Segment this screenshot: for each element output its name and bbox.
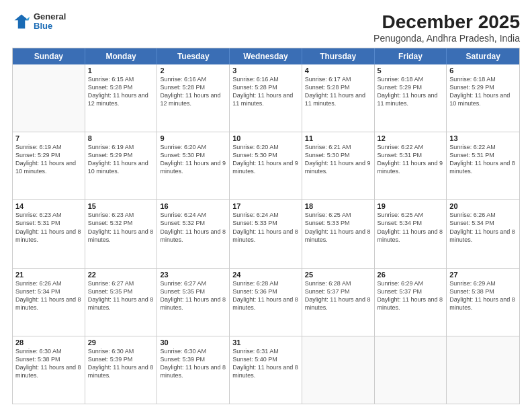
calendar-cell-30: 30Sunrise: 6:30 AMSunset: 5:39 PMDayligh… [157,336,230,404]
calendar-cell-9: 9Sunrise: 6:20 AMSunset: 5:30 PMDaylight… [157,132,230,199]
daylight-text: Daylight: 11 hours and 10 minutes. [88,159,154,175]
day-number: 21 [15,271,82,279]
daylight-text: Daylight: 11 hours and 10 minutes. [15,159,82,175]
sunset-text: Sunset: 5:32 PM [88,219,154,227]
calendar-cell-12: 12Sunrise: 6:22 AMSunset: 5:31 PMDayligh… [375,132,447,199]
sunset-text: Sunset: 5:28 PM [232,83,299,91]
calendar-cell-4: 4Sunrise: 6:17 AMSunset: 5:28 PMDaylight… [302,64,375,132]
sunrise-text: Sunrise: 6:29 AM [449,279,517,287]
sunrise-text: Sunrise: 6:22 AM [378,143,444,151]
sunrise-text: Sunrise: 6:16 AM [160,75,226,83]
daylight-text: Daylight: 11 hours and 11 minutes. [232,91,299,107]
day-number: 20 [449,202,517,210]
daylight-text: Daylight: 11 hours and 8 minutes. [305,228,371,244]
calendar-cell-18: 18Sunrise: 6:25 AMSunset: 5:33 PMDayligh… [302,200,375,267]
sunset-text: Sunset: 5:38 PM [449,287,517,295]
day-number: 6 [449,66,517,75]
calendar-header: Sunday Monday Tuesday Wednesday Thursday… [13,48,519,64]
day-number: 9 [160,134,226,142]
sunset-text: Sunset: 5:32 PM [160,219,226,227]
sunrise-text: Sunrise: 6:23 AM [88,211,154,219]
day-number: 24 [232,271,299,279]
calendar-cell-empty-4-6 [447,336,519,404]
page: General Blue December 2025 Penugonda, An… [0,0,532,411]
calendar-cell-3: 3Sunrise: 6:16 AMSunset: 5:28 PMDaylight… [230,64,302,132]
daylight-text: Daylight: 11 hours and 11 minutes. [378,91,444,107]
sunrise-text: Sunrise: 6:22 AM [449,143,517,151]
logo-text: General Blue [34,12,66,32]
calendar-cell-22: 22Sunrise: 6:27 AMSunset: 5:35 PMDayligh… [85,269,158,336]
calendar-cell-26: 26Sunrise: 6:29 AMSunset: 5:37 PMDayligh… [375,269,447,336]
sunrise-text: Sunrise: 6:31 AM [232,347,299,355]
calendar-cell-7: 7Sunrise: 6:19 AMSunset: 5:29 PMDaylight… [13,132,85,199]
sunrise-text: Sunrise: 6:28 AM [305,279,371,287]
daylight-text: Daylight: 11 hours and 8 minutes. [15,363,82,379]
sunrise-text: Sunrise: 6:18 AM [449,75,517,83]
daylight-text: Daylight: 11 hours and 8 minutes. [160,228,226,244]
calendar-cell-14: 14Sunrise: 6:23 AMSunset: 5:31 PMDayligh… [13,200,85,267]
calendar-cell-11: 11Sunrise: 6:21 AMSunset: 5:30 PMDayligh… [302,132,375,199]
header-sunday: Sunday [13,48,85,64]
calendar-cell-2: 2Sunrise: 6:16 AMSunset: 5:28 PMDaylight… [157,64,230,132]
sunset-text: Sunset: 5:33 PM [232,219,299,227]
daylight-text: Daylight: 11 hours and 9 minutes. [232,159,299,175]
sunset-text: Sunset: 5:29 PM [449,83,517,91]
sunset-text: Sunset: 5:38 PM [15,355,82,363]
header-friday: Friday [375,48,447,64]
day-number: 19 [378,202,444,210]
sunrise-text: Sunrise: 6:28 AM [232,279,299,287]
header-wednesday: Wednesday [230,48,302,64]
sunset-text: Sunset: 5:31 PM [378,151,444,159]
sunset-text: Sunset: 5:35 PM [160,287,226,295]
sunrise-text: Sunrise: 6:15 AM [88,75,154,83]
sunset-text: Sunset: 5:40 PM [232,355,299,363]
daylight-text: Daylight: 11 hours and 12 minutes. [88,91,154,107]
calendar-cell-17: 17Sunrise: 6:24 AMSunset: 5:33 PMDayligh… [230,200,302,267]
day-number: 26 [378,271,444,279]
daylight-text: Daylight: 11 hours and 9 minutes. [378,159,444,175]
calendar-cell-15: 15Sunrise: 6:23 AMSunset: 5:32 PMDayligh… [85,200,158,267]
sunset-text: Sunset: 5:31 PM [449,151,517,159]
calendar-cell-19: 19Sunrise: 6:25 AMSunset: 5:34 PMDayligh… [375,200,447,267]
sunset-text: Sunset: 5:30 PM [160,151,226,159]
calendar-cell-6: 6Sunrise: 6:18 AMSunset: 5:29 PMDaylight… [447,64,519,132]
day-number: 7 [15,134,82,142]
calendar-cell-28: 28Sunrise: 6:30 AMSunset: 5:38 PMDayligh… [13,336,85,404]
sunset-text: Sunset: 5:31 PM [15,219,82,227]
day-number: 31 [232,338,299,347]
day-number: 30 [160,338,226,347]
sunrise-text: Sunrise: 6:18 AM [378,75,444,83]
daylight-text: Daylight: 11 hours and 8 minutes. [449,228,517,244]
day-number: 11 [305,134,371,142]
calendar-row-2: 7Sunrise: 6:19 AMSunset: 5:29 PMDaylight… [13,132,519,199]
month-title: December 2025 [373,12,520,33]
logo-icon [12,12,31,31]
sunset-text: Sunset: 5:34 PM [378,219,444,227]
calendar-cell-16: 16Sunrise: 6:24 AMSunset: 5:32 PMDayligh… [157,200,230,267]
sunrise-text: Sunrise: 6:21 AM [305,143,371,151]
day-number: 5 [378,66,444,75]
daylight-text: Daylight: 11 hours and 8 minutes. [232,295,299,312]
sunset-text: Sunset: 5:28 PM [305,83,371,91]
day-number: 1 [88,66,154,75]
logo-general-text: General [34,12,66,21]
sunrise-text: Sunrise: 6:29 AM [378,279,444,287]
day-number: 17 [232,202,299,210]
header-monday: Monday [85,48,158,64]
daylight-text: Daylight: 11 hours and 8 minutes. [160,295,226,312]
daylight-text: Daylight: 11 hours and 8 minutes. [449,159,517,175]
sunrise-text: Sunrise: 6:23 AM [15,211,82,219]
calendar-cell-31: 31Sunrise: 6:31 AMSunset: 5:40 PMDayligh… [230,336,302,404]
daylight-text: Daylight: 11 hours and 8 minutes. [160,363,226,379]
daylight-text: Daylight: 11 hours and 8 minutes. [378,228,444,244]
daylight-text: Daylight: 11 hours and 8 minutes. [232,363,299,379]
calendar-cell-27: 27Sunrise: 6:29 AMSunset: 5:38 PMDayligh… [447,269,519,336]
daylight-text: Daylight: 11 hours and 9 minutes. [305,159,371,175]
sunset-text: Sunset: 5:34 PM [15,287,82,295]
sunrise-text: Sunrise: 6:26 AM [449,211,517,219]
daylight-text: Daylight: 11 hours and 8 minutes. [88,363,154,379]
sunrise-text: Sunrise: 6:25 AM [305,211,371,219]
sunrise-text: Sunrise: 6:30 AM [15,347,82,355]
day-number: 25 [305,271,371,279]
calendar-cell-1: 1Sunrise: 6:15 AMSunset: 5:28 PMDaylight… [85,64,158,132]
